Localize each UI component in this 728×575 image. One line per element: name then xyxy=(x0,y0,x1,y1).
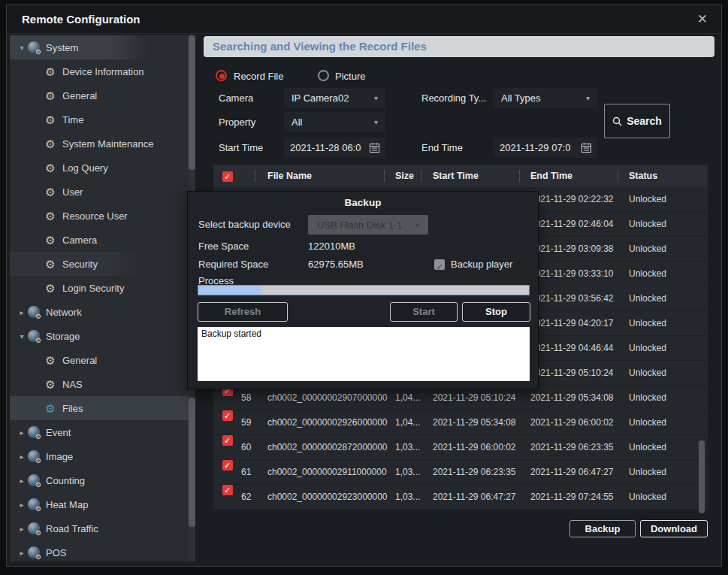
chevron-right-icon[interactable]: ▸ xyxy=(16,549,28,557)
sidebar-item-image[interactable]: ▸ ⚙ Image xyxy=(10,444,189,468)
sidebar-item-login-security[interactable]: ⚙ Login Security xyxy=(10,276,189,300)
backup-device-select[interactable]: USB Flash Disk 1-1 ▾ xyxy=(308,215,428,235)
section-title: Searching and Viewing the Record Files xyxy=(204,36,714,57)
recording-type-select[interactable]: All Types ▾ xyxy=(494,88,597,108)
record-file-radio[interactable] xyxy=(216,70,227,81)
chevron-down-icon[interactable]: ▾ xyxy=(16,332,28,340)
sidebar-item-resource-user[interactable]: ⚙ Resource User xyxy=(10,204,189,228)
gear-icon: ⚙ xyxy=(44,114,56,126)
table-row[interactable]: ✓ 60 ch0002_00000002872000000 1,03... 20… xyxy=(213,435,708,460)
sidebar-item-system-maintenance[interactable]: ⚙ System Maintenance xyxy=(10,132,189,156)
sidebar-item-system[interactable]: ▾ ⚙ System xyxy=(10,35,189,59)
sidebar-item-pos[interactable]: ▸ ⚙ POS xyxy=(10,540,189,564)
calendar-icon[interactable] xyxy=(581,143,591,153)
sidebar-item-nas[interactable]: ⚙ NAS xyxy=(10,372,189,396)
check-icon: ✓ xyxy=(224,165,231,189)
window-title: Remote Configuration xyxy=(22,13,140,26)
free-space-value: 122010MB xyxy=(308,237,355,256)
check-icon: ✓ xyxy=(436,262,443,271)
sidebar-item-storage[interactable]: ▾ ⚙ Storage xyxy=(10,324,189,348)
sidebar-item-event[interactable]: ▸ ⚙ Event xyxy=(10,420,189,444)
sidebar-item-general[interactable]: ⚙ General xyxy=(10,83,189,107)
table-row[interactable]: ✓ 59 ch0002_00000002926000000 1,04... 20… xyxy=(213,410,708,435)
table-header: ✓ File Name Size Start Time End Time Sta… xyxy=(213,165,708,187)
backup-log-area[interactable]: Backup started xyxy=(198,327,530,381)
gear-icon: ⚙ xyxy=(44,138,56,150)
sidebar-scrollbar-thumb[interactable] xyxy=(189,398,195,527)
check-icon: ✓ xyxy=(224,453,231,477)
sidebar-item-files[interactable]: ⚙ Files xyxy=(10,396,189,420)
sidebar-item-user[interactable]: ⚙ User xyxy=(10,180,189,204)
sidebar-item-security[interactable]: ⚙ Security xyxy=(10,252,189,276)
backup-progress-fill xyxy=(198,286,261,295)
chevron-down-icon[interactable]: ▾ xyxy=(16,44,28,52)
row-checkbox[interactable]: ✓ xyxy=(222,410,233,421)
remote-configuration-window: Remote Configuration ✕ ▾ ⚙ System ⚙ Devi… xyxy=(6,5,722,567)
chevron-right-icon[interactable]: ▸ xyxy=(16,525,28,533)
category-icon: ⚙ xyxy=(28,498,40,510)
col-status[interactable]: Status xyxy=(629,165,657,187)
close-icon[interactable]: ✕ xyxy=(697,11,708,27)
gear-icon: ⚙ xyxy=(44,90,56,101)
refresh-button[interactable]: Refresh xyxy=(198,302,288,322)
record-file-label: Record File xyxy=(234,71,283,82)
start-time-field[interactable]: 2021-11-28 06:0 xyxy=(284,138,385,158)
sidebar-tree: ▾ ⚙ System ⚙ Device Information ⚙ Genera… xyxy=(10,35,189,561)
sidebar-scrollbar-thumb[interactable] xyxy=(189,35,195,170)
gear-glyph: ⚙ xyxy=(35,530,41,537)
table-row[interactable]: ✓ 62 ch0002_00000002923000000 1,03... 20… xyxy=(213,485,708,510)
sidebar-item-time[interactable]: ⚙ Time xyxy=(10,107,189,132)
category-icon: ⚙ xyxy=(28,474,40,486)
recording-type-label: Recording Ty... xyxy=(421,88,486,108)
sidebar-item-device-information[interactable]: ⚙ Device Information xyxy=(10,59,189,83)
end-time-label: End Time xyxy=(421,138,463,158)
end-time-field[interactable]: 2021-11-29 07:0 xyxy=(494,138,597,158)
chevron-right-icon[interactable]: ▸ xyxy=(16,308,28,316)
column-divider xyxy=(421,170,421,182)
search-button[interactable]: Search xyxy=(604,104,670,138)
col-size[interactable]: Size xyxy=(395,165,414,187)
col-file-name[interactable]: File Name xyxy=(267,165,312,187)
start-time-value: 2021-11-28 06:0 xyxy=(290,142,361,153)
chevron-right-icon[interactable]: ▸ xyxy=(16,428,28,437)
table-scrollbar-thumb[interactable] xyxy=(699,440,705,513)
picture-radio[interactable] xyxy=(318,70,329,81)
picture-label: Picture xyxy=(335,71,365,82)
start-button[interactable]: Start xyxy=(390,302,458,322)
free-space-label: Free Space xyxy=(198,237,249,256)
sidebar-item-heat-map[interactable]: ▸ ⚙ Heat Map xyxy=(10,492,189,516)
chevron-right-icon[interactable]: ▸ xyxy=(16,501,28,509)
category-icon: ⚙ xyxy=(28,330,40,342)
col-start-time[interactable]: Start Time xyxy=(433,165,479,187)
download-button[interactable]: Download xyxy=(640,520,708,537)
select-all-checkbox[interactable]: ✓ xyxy=(222,171,233,182)
property-select[interactable]: All ▾ xyxy=(284,112,385,132)
stop-button[interactable]: Stop xyxy=(462,302,530,322)
sidebar-item-network[interactable]: ▸ ⚙ Network xyxy=(10,300,189,324)
gear-icon: ⚙ xyxy=(44,403,56,414)
chevron-right-icon[interactable]: ▸ xyxy=(16,452,28,461)
col-end-time[interactable]: End Time xyxy=(530,165,572,187)
backup-player-label: Backup player xyxy=(451,255,512,274)
backup-player-checkbox[interactable]: ✓ xyxy=(434,259,445,270)
end-time-value: 2021-11-29 07:0 xyxy=(500,142,570,153)
chevron-right-icon[interactable]: ▸ xyxy=(16,477,28,485)
sidebar-item-counting[interactable]: ▸ ⚙ Counting xyxy=(10,468,189,492)
row-checkbox[interactable]: ✓ xyxy=(222,435,233,446)
gear-icon: ⚙ xyxy=(44,210,56,222)
calendar-icon[interactable] xyxy=(370,143,379,153)
table-row[interactable]: ✓ 61 ch0002_00000002911000000 1,03... 20… xyxy=(213,460,708,485)
column-divider xyxy=(255,170,255,182)
camera-select[interactable]: IP Camera02 ▾ xyxy=(284,88,385,108)
backup-button[interactable]: Backup xyxy=(569,520,636,537)
sidebar-item-camera[interactable]: ⚙ Camera xyxy=(10,228,189,252)
sidebar-item-log-query[interactable]: ⚙ Log Query xyxy=(10,156,189,180)
gear-icon: ⚙ xyxy=(44,379,56,390)
sidebar-item-road-traffic[interactable]: ▸ ⚙ Road Traffic xyxy=(10,516,189,540)
chevron-down-icon: ▾ xyxy=(374,94,378,102)
row-checkbox[interactable]: ✓ xyxy=(222,485,233,495)
gear-icon: ⚙ xyxy=(44,66,56,77)
camera-select-value: IP Camera02 xyxy=(292,92,349,104)
sidebar-item-storage-general[interactable]: ⚙ General xyxy=(10,348,189,372)
row-checkbox[interactable]: ✓ xyxy=(222,460,233,471)
